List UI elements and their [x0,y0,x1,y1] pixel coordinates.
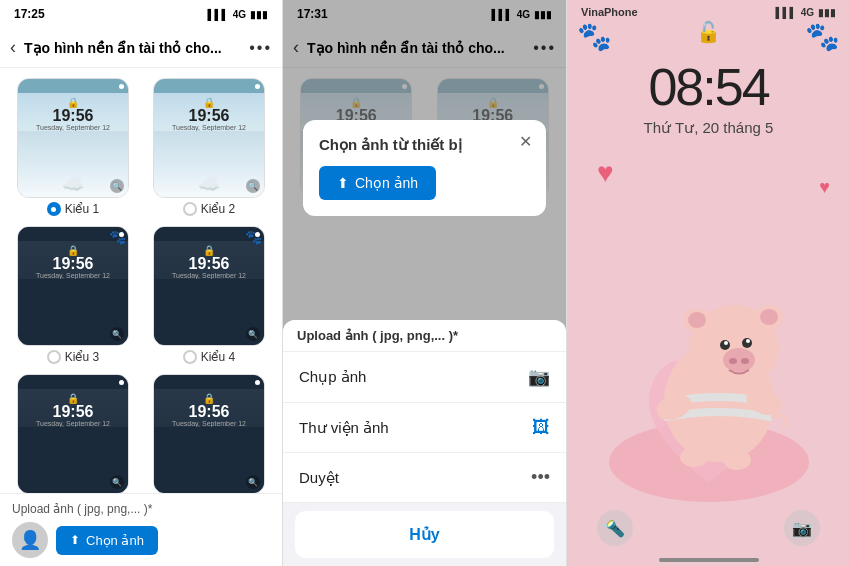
style-item-2[interactable]: 🔒 19:56 Tuesday, September 12 ☁️ 🔍 Kiểu … [146,78,272,216]
status-bar-1: 17:25 ▌▌▌ 4G ▮▮▮ [0,0,282,28]
zoom-icon-5: 🔍 [110,475,124,489]
status-icons-1: ▌▌▌ 4G ▮▮▮ [207,9,268,20]
paw-right: 🐾 [805,20,840,53]
heart-right-icon: ♥ [819,177,830,198]
action-sheet-header: Upload ảnh ( jpg, png,... )* [283,320,566,352]
battery-1: ▮▮▮ [250,9,268,20]
paw-icon-4: 🐾 [245,229,262,245]
modal-box-2: Chọn ảnh từ thiết bị ✕ ⬆ Chọn ảnh [303,120,546,216]
network-1: 4G [233,9,246,20]
svg-point-8 [729,358,737,364]
style-thumb-2[interactable]: 🔒 19:56 Tuesday, September 12 ☁️ 🔍 [153,78,265,198]
heart-left-icon: ♥ [597,157,614,189]
back-button-1[interactable]: ‹ [10,37,16,58]
flashlight-button[interactable]: 🔦 [597,510,633,546]
header-1: ‹ Tạo hình nền ẩn tài thỏ cho... ••• [0,28,282,68]
style-item-6[interactable]: 🔒 19:56 Tuesday, September 12 🔍 Kiểu 6 [146,374,272,493]
pig-container: ♥ ♥ [567,137,850,502]
zoom-icon-3: 🔍 [110,327,124,341]
svg-point-4 [688,312,706,328]
chon-anh-button-1[interactable]: ⬆ Chọn ảnh [56,526,158,555]
upload-row-1: 👤 ⬆ Chọn ảnh [12,522,270,558]
svg-point-9 [741,358,749,364]
modal-close-2[interactable]: ✕ [519,132,532,151]
action-sheet-2: Upload ảnh ( jpg, png,... )* Chụp ảnh 📷 … [283,320,566,566]
cancel-button-2[interactable]: Hủy [295,511,554,558]
svg-point-6 [760,309,778,325]
action-item-browse[interactable]: Duyệt ••• [283,453,566,503]
lock-icon: 🔓 [696,20,721,53]
camera-button[interactable]: 📷 [784,510,820,546]
camera-action-icon: 📷 [528,366,550,388]
time-1: 17:25 [14,7,45,21]
pig-illustration [589,202,829,502]
radio-circle-3[interactable] [47,350,61,364]
modal-title-2: Chọn ảnh từ thiết bị [319,136,530,154]
more-button-1[interactable]: ••• [249,39,272,57]
signal-3: ▌▌▌ [775,7,796,18]
zoom-icon-6: 🔍 [246,475,260,489]
action-item-gallery[interactable]: Thư viện ảnh 🖼 [283,403,566,453]
style-thumb-4[interactable]: 🔒 19:56 Tuesday, September 12 🐾 🔍 [153,226,265,346]
style-radio-4[interactable]: Kiểu 4 [183,350,235,364]
svg-point-16 [680,447,708,467]
style-item-4[interactable]: 🔒 19:56 Tuesday, September 12 🐾 🔍 Kiểu 4 [146,226,272,364]
style-thumb-3[interactable]: 🔒 19:56 Tuesday, September 12 🐾 🔍 [17,226,129,346]
radio-circle-4[interactable] [183,350,197,364]
browse-action-icon: ••• [531,467,550,488]
status-bar-3: VinaPhone ▌▌▌ 4G ▮▮▮ [567,0,850,20]
lock-date: Thứ Tư, 20 tháng 5 [567,119,850,137]
zoom-icon-4: 🔍 [246,327,260,341]
style-radio-3[interactable]: Kiểu 3 [47,350,99,364]
upload-label-1: Upload ảnh ( jpg, png,... )* [12,502,270,516]
radio-circle-2[interactable] [183,202,197,216]
flashlight-icon: 🔦 [605,519,625,538]
network-3: 4G [801,7,814,18]
status-icons-3: ▌▌▌ 4G ▮▮▮ [775,7,836,18]
panel-middle: 17:31 ▌▌▌ 4G ▮▮▮ ‹ Tạo hình nền ẩn tài t… [283,0,567,566]
panel-right: VinaPhone ▌▌▌ 4G ▮▮▮ 🐾 🔓 🐾 08:54 Thứ Tư,… [567,0,850,566]
overlay-2: Chọn ảnh từ thiết bị ✕ ⬆ Chọn ảnh Upload… [283,0,566,566]
paw-decorations: 🐾 🔓 🐾 [567,20,850,53]
modal-chon-anh-button[interactable]: ⬆ Chọn ảnh [319,166,436,200]
upload-icon-1: ⬆ [70,533,80,547]
lock-bottom-bar: 🔦 📷 [567,502,850,558]
page-title-1: Tạo hình nền ẩn tài thỏ cho... [24,40,241,56]
style-radio-2[interactable]: Kiểu 2 [183,202,235,216]
zoom-icon-1: 🔍 [110,179,124,193]
panel-left: 17:25 ▌▌▌ 4G ▮▮▮ ‹ Tạo hình nền ẩn tài t… [0,0,283,566]
carrier-3: VinaPhone [581,6,638,18]
paw-icon-3: 🐾 [109,229,126,245]
signal-1: ▌▌▌ [207,9,228,20]
camera-lock-icon: 📷 [792,519,812,538]
style-thumb-5[interactable]: 🔒 19:56 Tuesday, September 12 🔍 [17,374,129,493]
style-grid-1: 🔒 19:56 Tuesday, September 12 ☁️ 🔍 Kiểu … [0,68,282,493]
svg-point-12 [724,341,728,345]
gallery-action-icon: 🖼 [532,417,550,438]
style-item-1[interactable]: 🔒 19:56 Tuesday, September 12 ☁️ 🔍 Kiểu … [10,78,136,216]
svg-point-7 [723,348,755,372]
battery-3: ▮▮▮ [818,7,836,18]
upload-section-1: Upload ảnh ( jpg, png,... )* 👤 ⬆ Chọn ản… [0,493,282,566]
radio-circle-1[interactable] [47,202,61,216]
home-indicator[interactable] [659,558,759,562]
zoom-icon-2: 🔍 [246,179,260,193]
action-item-camera[interactable]: Chụp ảnh 📷 [283,352,566,403]
modal-upload-icon: ⬆ [337,175,349,191]
style-thumb-1[interactable]: 🔒 19:56 Tuesday, September 12 ☁️ 🔍 [17,78,129,198]
lock-time: 08:54 [567,57,850,117]
svg-point-13 [746,339,750,343]
style-thumb-6[interactable]: 🔒 19:56 Tuesday, September 12 🔍 [153,374,265,493]
paw-left: 🐾 [577,20,612,53]
avatar-placeholder-1: 👤 [12,522,48,558]
style-item-5[interactable]: 🔒 19:56 Tuesday, September 12 🔍 Kiểu 5 [10,374,136,493]
style-item-3[interactable]: 🔒 19:56 Tuesday, September 12 🐾 🔍 Kiểu 3 [10,226,136,364]
style-radio-1[interactable]: Kiểu 1 [47,202,99,216]
svg-point-17 [723,450,751,470]
